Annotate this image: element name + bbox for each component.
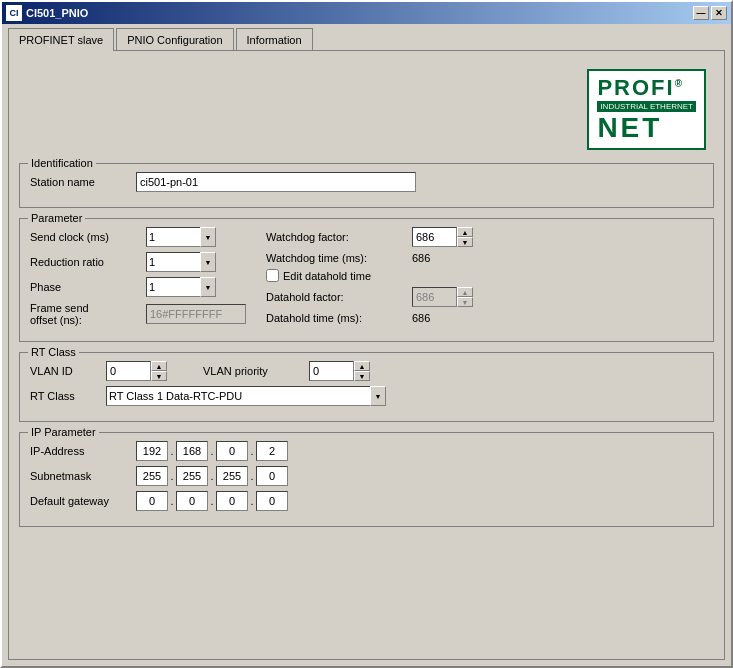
ip-parameter-title: IP Parameter xyxy=(28,426,99,438)
vlan-priority-spin-up[interactable]: ▲ xyxy=(354,361,370,371)
edit-datahold-label: Edit datahold time xyxy=(283,270,371,282)
watchdog-factor-row: Watchdog factor: ▲ ▼ xyxy=(266,227,473,247)
phase-select[interactable]: 1 xyxy=(146,277,216,297)
rt-class-select-wrapper: RT Class 1 Data-RTC-PDU RT Class 2 RT Cl… xyxy=(106,386,386,406)
subnetmask-group: . . . xyxy=(136,466,288,486)
title-bar: CI CI501_PNIO — ✕ xyxy=(2,2,731,24)
tab-profinet-slave[interactable]: PROFINET slave xyxy=(8,28,114,51)
tab-content: PROFI® INDUSTRIAL ETHERNET NET Identific… xyxy=(8,50,725,660)
edit-datahold-checkbox[interactable] xyxy=(266,269,279,282)
datahold-time-label: Datahold time (ms): xyxy=(266,312,406,324)
vlan-id-spinbox: ▲ ▼ xyxy=(106,361,167,381)
subnetmask-row: Subnetmask . . . xyxy=(30,466,703,486)
gateway-octet-3[interactable] xyxy=(216,491,248,511)
rt-class-label: RT Class xyxy=(30,390,100,402)
reduction-ratio-select[interactable]: 1248 xyxy=(146,252,216,272)
param-left-col: Send clock (ms) 124 ▼ Reduction ratio xyxy=(30,227,246,331)
frame-send-offset-input xyxy=(146,304,246,324)
watchdog-factor-label: Watchdog factor: xyxy=(266,231,406,243)
datahold-factor-spinbox: ▲ ▼ xyxy=(412,287,473,307)
default-gateway-group: . . . xyxy=(136,491,288,511)
station-name-row: Station name xyxy=(30,172,703,192)
ip-dot-3: . xyxy=(248,445,256,457)
ip-octet-2[interactable] xyxy=(176,441,208,461)
subnetmask-label: Subnetmask xyxy=(30,470,130,482)
rt-class-select[interactable]: RT Class 1 Data-RTC-PDU RT Class 2 RT Cl… xyxy=(106,386,386,406)
logo-profi-text: PROFI® xyxy=(597,75,684,101)
ip-address-group: . . . xyxy=(136,441,288,461)
identification-title: Identification xyxy=(28,157,96,169)
subnet-octet-4[interactable] xyxy=(256,466,288,486)
vlan-id-input[interactable] xyxy=(106,361,151,381)
gateway-octet-2[interactable] xyxy=(176,491,208,511)
ip-dot-2: . xyxy=(208,445,216,457)
subnet-octet-2[interactable] xyxy=(176,466,208,486)
phase-label: Phase xyxy=(30,281,140,293)
parameter-title: Parameter xyxy=(28,212,85,224)
watchdog-factor-input[interactable] xyxy=(412,227,457,247)
vlan-id-spin-buttons: ▲ ▼ xyxy=(151,361,167,381)
station-name-input[interactable] xyxy=(136,172,416,192)
reduction-ratio-row: Reduction ratio 1248 ▼ xyxy=(30,252,246,272)
datahold-factor-spin-buttons: ▲ ▼ xyxy=(457,287,473,307)
default-gateway-row: Default gateway . . . xyxy=(30,491,703,511)
logo-net-text: NET xyxy=(597,112,696,144)
send-clock-select[interactable]: 124 xyxy=(146,227,216,247)
vlan-row: VLAN ID ▲ ▼ VLAN priority ▲ ▼ xyxy=(30,361,703,381)
param-right-col: Watchdog factor: ▲ ▼ Watchdog time (ms):… xyxy=(266,227,473,331)
close-button[interactable]: ✕ xyxy=(711,6,727,20)
ip-dot-1: . xyxy=(168,445,176,457)
send-clock-row: Send clock (ms) 124 ▼ xyxy=(30,227,246,247)
datahold-time-row: Datahold time (ms): 686 xyxy=(266,312,473,324)
vlan-priority-input[interactable] xyxy=(309,361,354,381)
edit-datahold-row: Edit datahold time xyxy=(266,269,473,282)
title-buttons: — ✕ xyxy=(693,6,727,20)
phase-row: Phase 1 ▼ xyxy=(30,277,246,297)
datahold-factor-input xyxy=(412,287,457,307)
subnet-dot-3: . xyxy=(248,470,256,482)
ip-octet-4[interactable] xyxy=(256,441,288,461)
gateway-octet-4[interactable] xyxy=(256,491,288,511)
watchdog-factor-spinbox: ▲ ▼ xyxy=(412,227,473,247)
ip-octet-3[interactable] xyxy=(216,441,248,461)
subnet-octet-1[interactable] xyxy=(136,466,168,486)
watchdog-factor-spin-down[interactable]: ▼ xyxy=(457,237,473,247)
window-title: CI501_PNIO xyxy=(26,7,88,19)
pin-button[interactable]: — xyxy=(693,6,709,20)
frame-send-offset-row: Frame sendoffset (ns): xyxy=(30,302,246,326)
gateway-octet-1[interactable] xyxy=(136,491,168,511)
datahold-factor-label: Datahold factor: xyxy=(266,291,406,303)
logo-subtitle: INDUSTRIAL ETHERNET xyxy=(597,101,696,112)
datahold-factor-spin-down: ▼ xyxy=(457,297,473,307)
vlan-priority-spin-down[interactable]: ▼ xyxy=(354,371,370,381)
rt-class-group: RT Class VLAN ID ▲ ▼ VLAN priority ▲ ▼ xyxy=(19,352,714,422)
phase-select-wrapper: 1 ▼ xyxy=(146,277,216,297)
parameter-columns: Send clock (ms) 124 ▼ Reduction ratio xyxy=(30,227,703,331)
subnet-dot-2: . xyxy=(208,470,216,482)
watchdog-factor-spin-buttons: ▲ ▼ xyxy=(457,227,473,247)
vlan-id-label: VLAN ID xyxy=(30,365,100,377)
vlan-id-spin-down[interactable]: ▼ xyxy=(151,371,167,381)
watchdog-time-row: Watchdog time (ms): 686 xyxy=(266,252,473,264)
parameter-group: Parameter Send clock (ms) 124 ▼ xyxy=(19,218,714,342)
app-icon: CI xyxy=(6,5,22,21)
gateway-dot-1: . xyxy=(168,495,176,507)
subnet-octet-3[interactable] xyxy=(216,466,248,486)
watchdog-factor-spin-up[interactable]: ▲ xyxy=(457,227,473,237)
reduction-ratio-label: Reduction ratio xyxy=(30,256,140,268)
datahold-factor-spin-up: ▲ xyxy=(457,287,473,297)
vlan-id-spin-up[interactable]: ▲ xyxy=(151,361,167,371)
ip-octet-1[interactable] xyxy=(136,441,168,461)
datahold-factor-row: Datahold factor: ▲ ▼ xyxy=(266,287,473,307)
vlan-priority-label: VLAN priority xyxy=(203,365,303,377)
ip-address-row: IP-Address . . . xyxy=(30,441,703,461)
profinet-logo: PROFI® INDUSTRIAL ETHERNET NET xyxy=(587,69,706,150)
tab-pnio-configuration[interactable]: PNIO Configuration xyxy=(116,28,233,50)
tab-information[interactable]: Information xyxy=(236,28,313,50)
main-window: CI CI501_PNIO — ✕ PROFINET slave PNIO Co… xyxy=(0,0,733,668)
frame-send-offset-label: Frame sendoffset (ns): xyxy=(30,302,140,326)
reduction-ratio-select-wrapper: 1248 ▼ xyxy=(146,252,216,272)
ip-parameter-group: IP Parameter IP-Address . . . Subnetmask xyxy=(19,432,714,527)
rt-class-row: RT Class RT Class 1 Data-RTC-PDU RT Clas… xyxy=(30,386,703,406)
identification-group: Identification Station name xyxy=(19,163,714,208)
